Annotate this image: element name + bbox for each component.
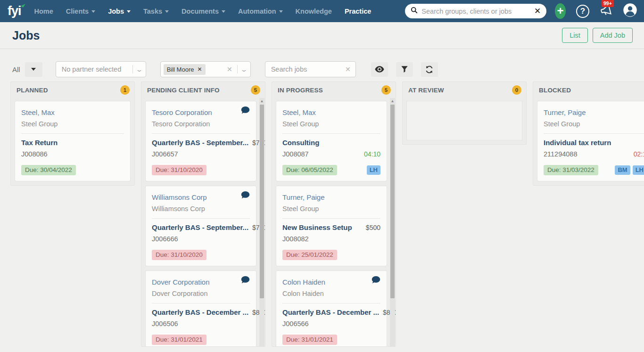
job-title-row: Quarterly BAS - December ...$800 xyxy=(282,306,380,318)
job-card[interactable]: Steel, MaxSteel GroupConsultingJ00808704… xyxy=(276,101,387,181)
job-title: New Business Setup xyxy=(282,221,352,233)
card-divider xyxy=(282,133,380,134)
job-card[interactable]: Steel, MaxSteel GroupTax ReturnJ008086Du… xyxy=(15,101,131,181)
scrollbar-thumb[interactable] xyxy=(390,105,395,298)
group-link[interactable]: Steel Group xyxy=(282,203,380,215)
chevron-down-icon: ⌄ xyxy=(135,66,143,73)
client-link[interactable]: Turner, Paige xyxy=(282,191,325,203)
staff-tag-label: Bill Moore xyxy=(167,66,194,73)
select-clear-icon[interactable]: ✕ xyxy=(227,65,232,73)
job-number: J008082 xyxy=(282,233,309,245)
group-link[interactable]: Dover Corporation xyxy=(152,288,250,300)
card-client-row: Tesoro Corporation xyxy=(152,106,250,118)
client-link[interactable]: Turner, Paige xyxy=(544,106,586,118)
job-title: Quarterly BAS - December ... xyxy=(282,306,379,318)
search-jobs-clear-icon[interactable]: ✕ xyxy=(345,65,351,73)
scrollbar-thumb[interactable] xyxy=(260,105,264,298)
job-card[interactable]: Colon HaidenColon HaidenQuarterly BAS - … xyxy=(276,270,387,346)
job-time: 02:1 xyxy=(634,150,644,158)
job-card[interactable]: Turner, PaigeSteel GroupNew Business Set… xyxy=(276,186,387,266)
job-time: 04:10 xyxy=(364,150,380,158)
job-card[interactable]: Turner, PaigeSteel GroupIndividual tax r… xyxy=(537,101,644,181)
due-date-badge: Due: 31/01/2021 xyxy=(152,335,206,345)
job-number: J006506 xyxy=(152,318,178,330)
list-view-button[interactable]: List xyxy=(562,28,588,43)
tag-remove-icon[interactable]: ✕ xyxy=(197,66,202,73)
job-title: Individual tax return xyxy=(544,137,611,148)
group-link[interactable]: Steel Group xyxy=(544,118,644,130)
column-count-badge: 0 xyxy=(512,85,521,95)
user-menu-button[interactable] xyxy=(623,3,637,19)
client-link[interactable]: Dover Corporation xyxy=(152,276,210,288)
card-client-row: Turner, Paige xyxy=(282,191,380,203)
nav-item-tasks[interactable]: Tasks xyxy=(143,8,169,15)
search-clear-icon[interactable]: ✕ xyxy=(534,7,541,15)
column-count-badge: 1 xyxy=(120,85,130,95)
scope-label: All xyxy=(12,65,20,74)
client-link[interactable]: Colon Haiden xyxy=(282,276,325,288)
nav-item-clients[interactable]: Clients xyxy=(66,8,95,15)
group-link[interactable]: Colon Haiden xyxy=(282,288,380,300)
due-date-badge: Due: 25/01/2022 xyxy=(282,250,337,260)
global-search: ✕ xyxy=(405,4,546,18)
group-link[interactable]: Williamsons Corp xyxy=(152,203,250,215)
global-search-input[interactable] xyxy=(421,8,530,15)
job-card[interactable]: Williamsons CorpWilliamsons CorpQuarterl… xyxy=(145,186,256,266)
card-divider xyxy=(282,303,380,303)
fyi-logo[interactable]: fyi xyxy=(8,5,21,17)
job-title: Quarterly BAS - September... xyxy=(152,221,248,233)
column-body: Steel, MaxSteel GroupConsultingJ00808704… xyxy=(272,98,396,346)
card-client-row: Turner, Paige xyxy=(544,106,644,118)
card-divider xyxy=(152,133,250,134)
column-title: BLOCKED xyxy=(539,87,571,94)
job-title: Quarterly BAS - September... xyxy=(152,137,248,148)
column-header: PENDING CLIENT INFO5 xyxy=(141,82,265,98)
client-link[interactable]: Tesoro Corporation xyxy=(152,106,212,118)
caret-down-icon xyxy=(127,10,131,13)
card-badge-row: Due: 31/03/2022BMLH xyxy=(544,165,644,175)
caret-down-icon xyxy=(279,10,283,13)
kanban-board: PLANNED1Steel, MaxSteel GroupTax ReturnJ… xyxy=(0,77,644,347)
add-job-button[interactable]: Add Job xyxy=(593,28,633,43)
empty-drop-zone xyxy=(406,101,522,140)
job-card[interactable]: Tesoro CorporationTesoro CorporationQuar… xyxy=(145,101,256,181)
job-title-row: Quarterly BAS - September...$750 xyxy=(152,221,250,233)
help-button[interactable]: ? xyxy=(576,5,589,18)
due-date-badge: Due: 30/04/2022 xyxy=(21,165,76,175)
nav-item-jobs[interactable]: Jobs xyxy=(108,8,131,15)
group-link[interactable]: Steel Group xyxy=(282,118,380,130)
nav-item-documents[interactable]: Documents xyxy=(182,8,225,15)
visibility-button[interactable] xyxy=(371,62,388,77)
job-title: Quarterly BAS - December ... xyxy=(152,306,248,318)
client-link[interactable]: Williamsons Corp xyxy=(152,191,207,203)
notification-count-badge: 99+ xyxy=(602,0,614,7)
card-badge-row: Due: 31/01/2021 xyxy=(282,335,380,345)
nav-item-practice[interactable]: Practice xyxy=(345,8,371,15)
card-client-row: Williamsons Corp xyxy=(152,191,250,203)
filter-button[interactable] xyxy=(396,62,413,77)
job-title-row: New Business Setup$500 xyxy=(282,221,380,233)
avatar-icon xyxy=(623,3,637,19)
announcements-button[interactable]: 99+ xyxy=(600,4,612,18)
chevron-down-icon: ⌄ xyxy=(240,66,248,73)
group-link[interactable]: Tesoro Corporation xyxy=(152,118,250,130)
scrollbar-up-icon[interactable]: ▲ xyxy=(260,98,264,105)
comment-icon xyxy=(241,276,250,284)
nav-item-label: Automation xyxy=(238,8,276,15)
nav-item-label: Documents xyxy=(182,8,219,15)
partner-select[interactable]: No partner selected ⌄ xyxy=(56,61,146,77)
search-jobs-input[interactable] xyxy=(271,65,345,73)
client-link[interactable]: Steel, Max xyxy=(21,106,55,118)
nav-item-home[interactable]: Home xyxy=(34,8,53,15)
kanban-column-at-review: AT REVIEW0 xyxy=(402,82,527,145)
scrollbar-up-icon[interactable]: ▲ xyxy=(391,98,395,105)
client-link[interactable]: Steel, Max xyxy=(282,106,316,118)
staff-select[interactable]: Bill Moore ✕ ✕ ⌄ xyxy=(160,61,251,77)
add-new-button[interactable]: + xyxy=(555,3,566,19)
refresh-button[interactable] xyxy=(421,62,438,77)
group-link[interactable]: Steel Group xyxy=(21,118,124,130)
job-card[interactable]: Dover CorporationDover CorporationQuarte… xyxy=(145,270,256,346)
scope-dropdown-button[interactable] xyxy=(25,62,42,77)
nav-item-automation[interactable]: Automation xyxy=(238,8,283,15)
nav-item-knowledge[interactable]: Knowledge xyxy=(296,8,332,15)
